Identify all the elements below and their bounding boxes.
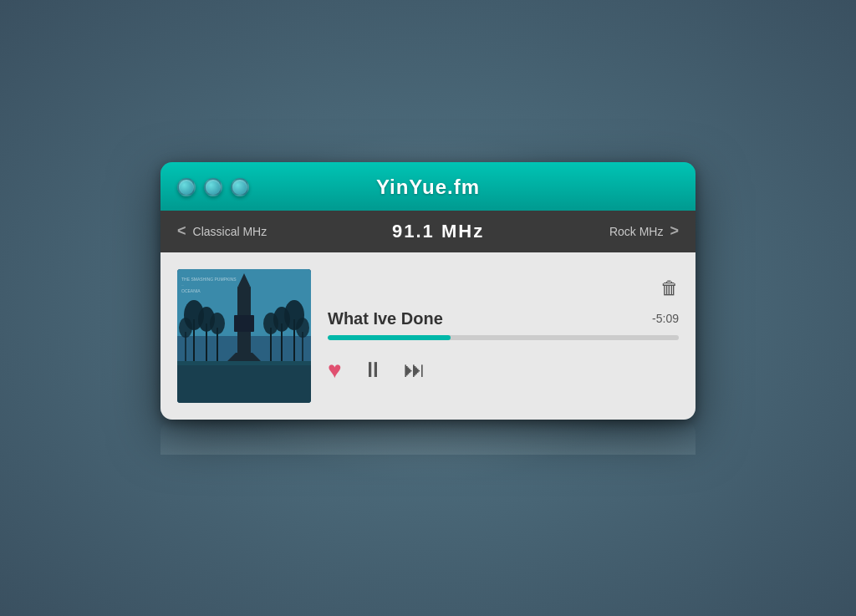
next-station-nav[interactable]: Rock MHz > <box>609 222 679 240</box>
svg-point-22 <box>296 318 309 338</box>
progress-bar-fill <box>328 335 451 340</box>
track-info: What Ive Done -5:09 <box>328 309 679 340</box>
player-controls-area: 🗑 What Ive Done -5:09 ♥ ⏸ ⏭ <box>328 269 679 384</box>
app-title: YinYue.fm <box>376 176 480 199</box>
window-controls <box>177 178 249 196</box>
svg-point-20 <box>263 313 278 334</box>
window-btn-2[interactable] <box>204 178 222 196</box>
progress-bar-container[interactable] <box>328 335 679 340</box>
pause-button[interactable]: ⏸ <box>362 357 384 383</box>
skip-button[interactable]: ⏭ <box>404 357 425 383</box>
next-station-label: Rock MHz <box>609 225 664 238</box>
svg-text:THE SMASHING PUMPKINS: THE SMASHING PUMPKINS <box>181 277 237 282</box>
playback-controls: ♥ ⏸ ⏭ <box>328 357 679 384</box>
music-player: YinYue.fm < Classical MHz 91.1 MHz Rock … <box>160 162 696 420</box>
station-bar: < Classical MHz 91.1 MHz Rock MHz > <box>160 211 696 252</box>
player-reflection <box>160 421 696 455</box>
album-art: THE SMASHING PUMPKINS ··· OCEANIA <box>177 269 311 403</box>
delete-button[interactable]: 🗑 <box>660 277 679 299</box>
prev-arrow[interactable]: < <box>177 222 186 240</box>
content-area: THE SMASHING PUMPKINS ··· OCEANIA 🗑 What… <box>160 252 696 420</box>
title-bar: YinYue.fm <box>160 162 696 211</box>
window-btn-3[interactable] <box>231 178 249 196</box>
track-title: What Ive Done <box>328 309 443 328</box>
next-arrow[interactable]: > <box>670 222 679 240</box>
prev-station-label: Classical MHz <box>193 225 268 238</box>
track-title-row: What Ive Done -5:09 <box>328 309 679 328</box>
svg-rect-5 <box>234 315 254 332</box>
current-frequency: 91.1 MHz <box>392 221 484 242</box>
svg-rect-23 <box>177 365 311 403</box>
svg-text:···: ··· <box>181 283 184 288</box>
like-button[interactable]: ♥ <box>328 357 342 384</box>
track-time: -5:09 <box>652 312 679 325</box>
svg-point-12 <box>210 313 225 334</box>
window-btn-1[interactable] <box>177 178 196 196</box>
prev-station-nav[interactable]: < Classical MHz <box>177 222 267 240</box>
svg-text:OCEANIA: OCEANIA <box>181 288 201 293</box>
top-controls-row: 🗑 <box>328 277 679 299</box>
svg-point-14 <box>179 318 192 338</box>
